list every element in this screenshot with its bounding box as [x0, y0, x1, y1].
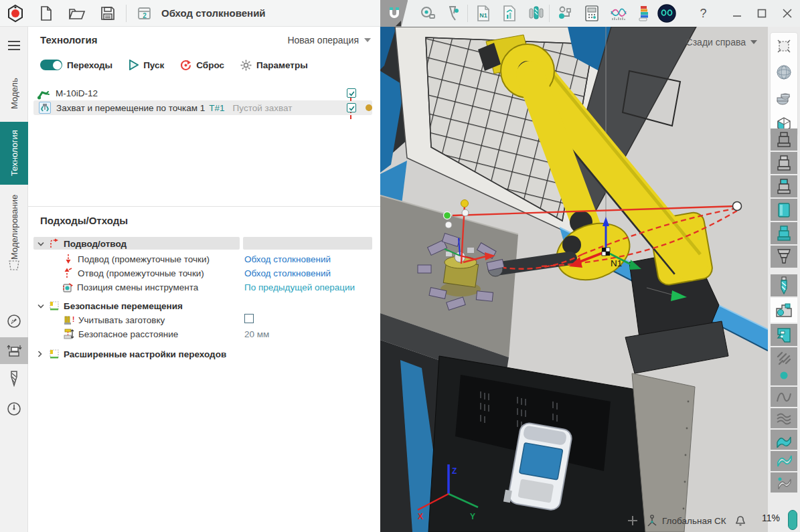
right-toolbar-rail: [768, 27, 800, 532]
transitions-toggle[interactable]: Переходы: [40, 60, 112, 70]
cs-triad-icon: [646, 514, 658, 527]
gear-icon: [240, 60, 252, 71]
robot-icon: [37, 86, 50, 100]
viewport-statusbar: Глобальная СК: [627, 514, 747, 527]
axis-x-label: X: [418, 512, 423, 521]
svg-text:N1: N1: [479, 12, 487, 19]
prop-row[interactable]: ! Учитывать заготовку: [64, 313, 372, 327]
compass-navigation-icon[interactable]: [0, 308, 28, 335]
machine-display-button-active[interactable]: [771, 298, 797, 323]
tool-icon[interactable]: [0, 365, 28, 392]
toggle-on-icon: [40, 60, 62, 70]
prop-value[interactable]: 20 мм: [244, 329, 269, 339]
measure-tape-button[interactable]: [417, 2, 438, 25]
rail-scrollbar-thumb[interactable]: [788, 510, 797, 530]
workpiece-checkbox[interactable]: [244, 314, 254, 325]
snap-magnet-button[interactable]: [380, 0, 408, 27]
notifications-bell-button[interactable]: [734, 514, 747, 527]
open-project-button[interactable]: [66, 2, 88, 25]
run-button[interactable]: Пуск: [129, 60, 164, 70]
stock-part-mix-button[interactable]: [771, 175, 797, 197]
chevron-down-icon: [750, 40, 757, 44]
nc-program-button[interactable]: N1: [473, 2, 493, 25]
additive-slicer-button[interactable]: [635, 2, 655, 25]
reset-button[interactable]: Сброс: [180, 60, 224, 71]
save-button[interactable]: [96, 2, 119, 25]
safe-moves-icon: [49, 300, 60, 311]
group-row-advanced[interactable]: Расширенные настройки переходов: [37, 347, 226, 361]
points-display-button[interactable]: [771, 365, 797, 385]
gauge-icon[interactable]: [0, 395, 28, 422]
toolbar-separator: [467, 5, 468, 22]
chevron-down-icon: [364, 38, 371, 42]
sheet-body-button[interactable]: [771, 451, 797, 471]
tool-ref: T#1: [209, 103, 224, 113]
machine-head-button[interactable]: [771, 324, 797, 346]
prop-value-link[interactable]: Обход столкновений: [244, 254, 331, 264]
maximize-button[interactable]: [750, 0, 775, 27]
help-label: ?: [700, 7, 706, 21]
trajectory-node[interactable]: [733, 202, 742, 211]
group-row-safe-moves[interactable]: Безопасные перемещения: [37, 299, 183, 313]
assistant-robot-button[interactable]: [657, 2, 677, 25]
zoom-level[interactable]: 11%: [762, 513, 780, 523]
prop-row[interactable]: Безопасное расстояние: [64, 327, 372, 341]
close-button[interactable]: [775, 0, 800, 27]
report-button[interactable]: [499, 2, 520, 25]
prop-value-link[interactable]: Обход столкновений: [244, 268, 331, 278]
viewport-3d[interactable]: N1 Z X Y Сзади справа Глобальная СК: [380, 27, 768, 532]
surfaces-display-button[interactable]: [771, 408, 797, 428]
stock-shaded-button[interactable]: [771, 152, 797, 174]
tab-model[interactable]: Модель: [0, 68, 28, 119]
checkbox-checked[interactable]: [347, 88, 356, 98]
point-yellow[interactable]: [461, 200, 469, 207]
tree-row-operation[interactable]: Захват и перемещение по точкам 1 T#1 Пус…: [33, 100, 372, 115]
pick-and-place-icon[interactable]: [0, 337, 28, 364]
part-solid-button[interactable]: [771, 199, 797, 221]
help-button[interactable]: ?: [693, 2, 714, 25]
coordinate-system-selector[interactable]: Глобальная СК: [646, 514, 726, 527]
checkbox-checked[interactable]: [347, 103, 356, 112]
document-tab-icon[interactable]: 2: [133, 2, 156, 25]
graphs-analysis-button[interactable]: [608, 2, 629, 25]
tree-row-robot[interactable]: M-10iD-12: [33, 86, 372, 100]
stock-wireframe-button[interactable]: [771, 128, 797, 151]
main-menu-button[interactable]: [0, 32, 28, 59]
point-green[interactable]: [444, 212, 451, 219]
part-stock-teal-button[interactable]: [771, 222, 797, 244]
shading-sphere-button[interactable]: [771, 59, 797, 85]
tool-display-button[interactable]: [771, 274, 797, 296]
parameters-button[interactable]: Параметры: [240, 60, 308, 71]
tool-change-icon: [62, 282, 73, 292]
add-point-button[interactable]: [627, 515, 639, 527]
view-tools-group: [770, 32, 798, 137]
point-white[interactable]: [445, 221, 452, 228]
calculator-button[interactable]: [582, 2, 603, 25]
caliper-button[interactable]: [444, 2, 465, 25]
fixture-cone-button[interactable]: [771, 246, 797, 268]
group-row-approach[interactable]: Подвод/отвод: [37, 237, 127, 250]
surface-teal-button[interactable]: [771, 430, 797, 450]
section-divider: [28, 206, 380, 207]
curve-display-button[interactable]: [771, 387, 797, 407]
tab-technology[interactable]: Технология: [0, 122, 28, 185]
sheet-body-alt-button[interactable]: [771, 472, 797, 493]
status-dot: [366, 104, 372, 111]
minimize-button[interactable]: [724, 0, 750, 27]
chevron-collapsed-icon: [37, 351, 42, 357]
selection-region-icon[interactable]: [0, 252, 28, 278]
view-orientation-dropdown[interactable]: Сзади справа: [686, 37, 757, 48]
svg-text:!: !: [72, 316, 74, 323]
new-document-button[interactable]: [35, 2, 58, 25]
select-frame-button[interactable]: [771, 33, 797, 59]
operation-graph-button[interactable]: [555, 2, 576, 25]
operation-label: Захват и перемещение по точкам 1: [56, 103, 205, 113]
point-white[interactable]: [462, 209, 469, 216]
solid-part-button[interactable]: [771, 85, 797, 111]
tools-library-button[interactable]: [526, 2, 547, 25]
approach-out-icon: [64, 268, 73, 278]
new-operation-dropdown[interactable]: Новая операция: [287, 35, 371, 46]
gripper-icon: [39, 102, 51, 114]
chevron-expanded-icon: [37, 304, 44, 308]
prop-value-link[interactable]: По предыдущей операции: [244, 282, 355, 292]
